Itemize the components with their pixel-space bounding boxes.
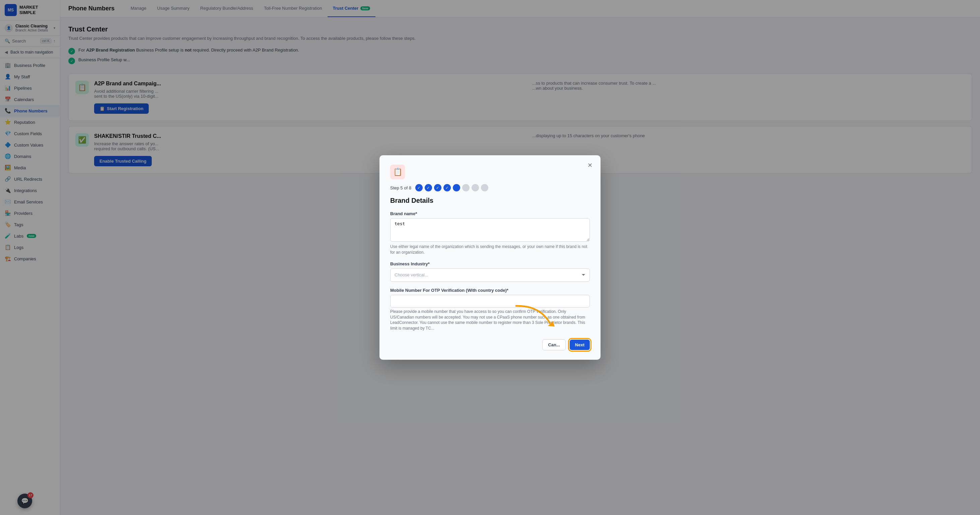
next-button[interactable]: Next	[570, 340, 590, 350]
business-industry-label: Business Industry*	[390, 261, 590, 266]
brand-name-label: Brand name*	[390, 211, 590, 216]
mobile-number-group: Mobile Number For OTP Verification (With…	[390, 288, 590, 331]
mobile-number-input[interactable]	[390, 295, 590, 307]
brand-details-modal: ✕ 📋 Step 5 of 8 ✓ ✓ ✓ ✓ Brand Details Br…	[379, 155, 601, 360]
step-dot-6	[462, 184, 469, 192]
step-indicator: Step 5 of 8 ✓ ✓ ✓ ✓	[390, 184, 590, 192]
step-text: Step 5 of 8	[390, 185, 411, 190]
step-dot-2: ✓	[425, 184, 432, 192]
modal-close-button[interactable]: ✕	[585, 161, 595, 170]
modal-footer: Can... Next	[390, 339, 590, 350]
cancel-button[interactable]: Can...	[542, 339, 565, 350]
modal-title: Brand Details	[390, 197, 590, 204]
mobile-number-label: Mobile Number For OTP Verification (With…	[390, 288, 590, 293]
step-dot-1: ✓	[415, 184, 423, 192]
mobile-number-hint: Please provide a mobile number that you …	[390, 309, 590, 331]
step-dot-4: ✓	[444, 184, 451, 192]
step-dot-3: ✓	[434, 184, 441, 192]
step-dot-8	[481, 184, 488, 192]
step-dot-7	[472, 184, 479, 192]
step-dot-5	[453, 184, 460, 192]
modal-overlay: ✕ 📋 Step 5 of 8 ✓ ✓ ✓ ✓ Brand Details Br…	[0, 0, 980, 515]
business-industry-group: Business Industry* Choose vertical...	[390, 261, 590, 282]
brand-name-input[interactable]: test	[390, 218, 590, 242]
brand-name-group: Brand name* test Use either legal name o…	[390, 211, 590, 255]
business-industry-select[interactable]: Choose vertical...	[390, 268, 590, 282]
brand-name-hint: Use either legal name of the organizatio…	[390, 244, 590, 255]
modal-icon: 📋	[390, 165, 405, 179]
